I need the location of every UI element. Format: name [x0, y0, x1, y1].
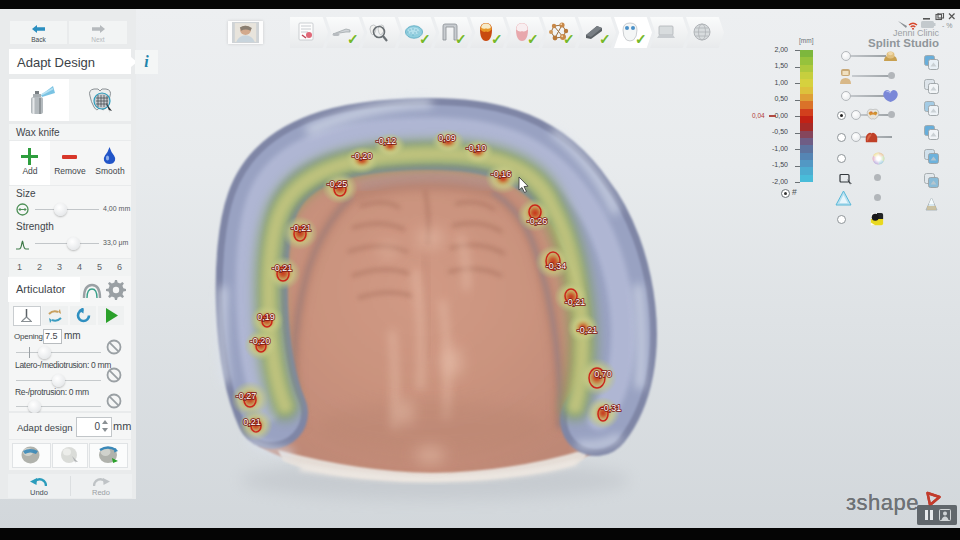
- svg-text:-0,21: -0,21: [577, 325, 598, 335]
- svg-text:0,70: 0,70: [594, 369, 612, 379]
- svg-text:-0,21: -0,21: [272, 263, 293, 273]
- svg-text:-0,12: -0,12: [376, 136, 397, 146]
- svg-text:-0,10: -0,10: [466, 143, 487, 153]
- svg-text:-0,21: -0,21: [291, 223, 312, 233]
- svg-text:-0,25: -0,25: [327, 179, 348, 189]
- svg-text:0,19: 0,19: [257, 312, 275, 322]
- svg-text:-0,20: -0,20: [250, 336, 271, 346]
- svg-text:-0,27: -0,27: [236, 391, 257, 401]
- svg-text:0,21: 0,21: [243, 417, 261, 427]
- svg-text:- %: - %: [942, 22, 953, 29]
- svg-text:-0,34: -0,34: [546, 261, 567, 271]
- svg-text:-0,21: -0,21: [565, 297, 586, 307]
- svg-text:0,09: 0,09: [438, 133, 456, 143]
- svg-text:-0,20: -0,20: [352, 151, 373, 161]
- svg-text:-0,16: -0,16: [491, 169, 512, 179]
- svg-text:-0,26: -0,26: [527, 216, 548, 226]
- svg-text:-0,31: -0,31: [601, 403, 622, 413]
